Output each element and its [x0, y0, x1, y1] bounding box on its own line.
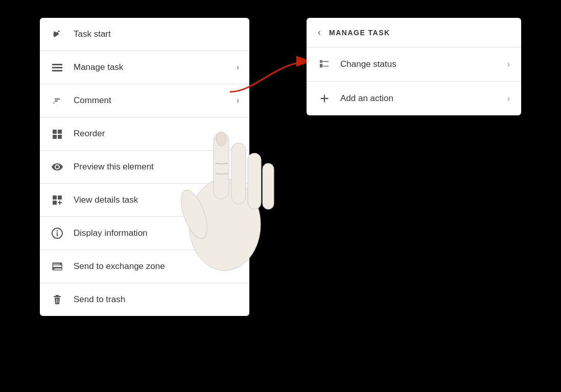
- change-status-chevron: ›: [507, 60, 510, 69]
- add-action-chevron: ›: [507, 94, 510, 103]
- submenu-manage-task: ‹ MANAGE TASK Change status › Add an act…: [307, 18, 521, 115]
- menu-label-send-trash: Send to trash: [74, 295, 239, 305]
- manage-task-icon: [50, 60, 64, 75]
- submenu-back-button[interactable]: ‹: [318, 27, 321, 38]
- menu-item-view-details[interactable]: View details task ›: [40, 184, 249, 217]
- trash-icon: [50, 292, 64, 307]
- comment-icon: [50, 93, 64, 108]
- submenu-label-add-action: Add an action: [340, 93, 507, 104]
- menu-label-task-start: Task start: [74, 29, 239, 39]
- svg-rect-24: [248, 153, 261, 209]
- view-details-icon: [50, 193, 64, 207]
- menu-label-send-exchange: Send to exchange zone: [74, 261, 239, 272]
- change-status-icon: [318, 58, 331, 71]
- svg-rect-2: [52, 70, 62, 71]
- svg-rect-7: [53, 135, 57, 139]
- exchange-icon: [50, 259, 64, 274]
- svg-rect-18: [320, 61, 322, 63]
- menu-item-manage-task[interactable]: Manage task ›: [40, 51, 249, 84]
- submenu-label-change-status: Change status: [340, 59, 507, 69]
- manage-task-chevron: ›: [237, 63, 239, 72]
- menu-item-send-exchange[interactable]: Send to exchange zone: [40, 250, 249, 283]
- menu-label-manage-task: Manage task: [74, 62, 237, 72]
- submenu-header: ‹ MANAGE TASK: [307, 18, 521, 47]
- svg-rect-8: [58, 135, 62, 139]
- view-details-chevron: ›: [237, 195, 239, 205]
- menu-label-view-details: View details task: [74, 195, 237, 205]
- preview-icon: [50, 160, 64, 174]
- comment-chevron: ›: [237, 96, 239, 105]
- svg-rect-12: [53, 201, 57, 205]
- svg-rect-10: [53, 195, 57, 200]
- svg-rect-15: [57, 232, 58, 236]
- submenu-item-add-action[interactable]: Add an action ›: [307, 82, 521, 115]
- add-action-icon: [318, 92, 331, 105]
- menu-item-send-trash[interactable]: Send to trash: [40, 283, 249, 316]
- info-icon: [50, 226, 64, 240]
- svg-rect-3: [55, 99, 60, 100]
- menu-label-comment: Comment: [74, 95, 237, 106]
- svg-rect-6: [58, 130, 62, 134]
- reorder-icon: [50, 127, 64, 141]
- svg-point-9: [56, 165, 59, 168]
- svg-rect-0: [52, 64, 62, 65]
- svg-point-14: [57, 230, 58, 232]
- menu-item-comment[interactable]: Comment ›: [40, 84, 249, 117]
- menu-label-reorder: Reorder: [74, 129, 239, 139]
- submenu-item-change-status[interactable]: Change status ›: [307, 47, 521, 82]
- svg-rect-11: [58, 195, 62, 200]
- menu-label-display-info: Display information: [74, 228, 237, 238]
- svg-rect-4: [55, 101, 58, 102]
- menu-item-preview[interactable]: Preview this element: [40, 151, 249, 184]
- svg-rect-25: [263, 163, 274, 209]
- context-menu: Task start Manage task › Comment › Reord…: [40, 18, 249, 316]
- menu-item-task-start[interactable]: Task start: [40, 18, 249, 51]
- svg-rect-5: [53, 130, 57, 134]
- submenu-title: MANAGE TASK: [329, 29, 390, 37]
- menu-item-display-info[interactable]: Display information ›: [40, 217, 249, 250]
- svg-rect-1: [52, 67, 62, 68]
- display-info-chevron: ›: [237, 229, 239, 238]
- task-start-icon: [50, 27, 64, 41]
- menu-label-preview: Preview this element: [74, 162, 239, 172]
- menu-item-reorder[interactable]: Reorder: [40, 117, 249, 151]
